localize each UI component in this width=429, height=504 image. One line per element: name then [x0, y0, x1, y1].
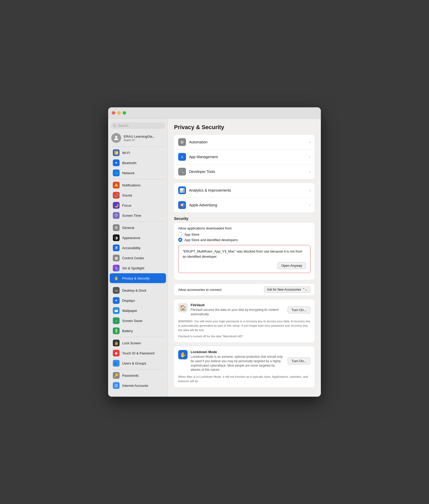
filevault-status: FileVault is turned off for the disk "Ma… [178, 334, 310, 339]
wifi-icon: 📶 [113, 149, 120, 156]
close-button[interactable] [112, 111, 115, 115]
radio-appstore-developers-button[interactable] [178, 238, 182, 242]
sidebar-item-label: Sound [122, 193, 132, 197]
sidebar-item-touchid[interactable]: ☻ Touch ID & Password [110, 348, 166, 358]
window-content: Search ERAU LearningGla... Apple ID [108, 119, 321, 396]
advertising-row[interactable]: 📢 Apple Advertising › [174, 198, 315, 212]
network-icon: 🌐 [113, 170, 120, 176]
privacy-group-2: 📊 Analytics & Improvements › 📢 Apple Adv… [174, 183, 315, 212]
sidebar-item-wifi[interactable]: 📶 Wi-Fi [110, 148, 166, 158]
analytics-row[interactable]: 📊 Analytics & Improvements › [174, 183, 315, 198]
radio-appstore-developers[interactable]: App Store and identified developers [178, 238, 310, 242]
accessories-select[interactable]: Ask for New Accessories ⌃⌄ [264, 286, 310, 293]
sidebar-item-label: Appearance [122, 236, 140, 240]
notifications-icon: 🔔 [113, 182, 120, 188]
sidebar-item-general[interactable]: ⚙ General [110, 223, 166, 233]
focus-icon: 🌙 [113, 202, 120, 209]
touchid-icon: ☻ [113, 350, 120, 356]
sidebar-item-appearance[interactable]: ◑ Appearance [110, 233, 166, 243]
battery-icon: 🔋 [113, 327, 120, 334]
sidebar-item-screensaver[interactable]: ▫ Screen Saver [110, 316, 166, 326]
accessories-value: Ask for New Accessories [267, 288, 301, 291]
user-profile[interactable]: ERAU LearningGla... Apple ID [108, 131, 168, 144]
open-anyway-button[interactable]: Open Anyway [278, 262, 306, 269]
search-icon [113, 124, 116, 128]
sidebar-item-passwords[interactable]: 🔑 Passwords [110, 370, 166, 380]
advertising-icon: 📢 [178, 201, 186, 209]
filevault-button[interactable]: Turn On... [288, 306, 310, 313]
radio-appstore[interactable]: App Store [178, 232, 310, 236]
sidebar-item-internet[interactable]: @ Internet Accounts [110, 381, 166, 390]
sidebar-item-sound[interactable]: 🔊 Sound [110, 190, 166, 200]
displays-icon: ✦ [113, 297, 120, 304]
automation-chevron: › [309, 140, 310, 144]
filevault-content: FileVault FileVault secures the data on … [191, 303, 285, 317]
sidebar-item-network[interactable]: 🌐 Network [110, 168, 166, 178]
sidebar-item-notifications[interactable]: 🔔 Notifications [110, 180, 166, 190]
page-title: Privacy & Security [174, 124, 315, 131]
divider-6 [111, 369, 164, 369]
filevault-warning: WARNING: You will need your login passwo… [178, 319, 310, 333]
sidebar-item-battery[interactable]: 🔋 Battery [110, 326, 166, 336]
sidebar-item-accessibility[interactable]: ♿ Accessibility [110, 243, 166, 253]
accessibility-icon: ♿ [113, 244, 120, 251]
screensaver-icon: ▫ [113, 317, 120, 324]
lockdown-name: Lockdown Mode [191, 350, 285, 354]
titlebar [108, 107, 321, 119]
security-section: Allow applications downloaded from App S… [174, 223, 315, 280]
sidebar-item-users[interactable]: 👥 Users & Groups [110, 358, 166, 368]
minimize-button[interactable] [117, 111, 121, 115]
automation-icon: ⚙ [178, 138, 186, 146]
sidebar-item-displays[interactable]: ✦ Displays [110, 296, 166, 305]
sidebar-item-controlcenter[interactable]: ▦ Control Center [110, 253, 166, 263]
sidebar-item-label: Privacy & Security [122, 276, 149, 280]
sidebar-item-privacy[interactable]: ✋ Privacy & Security [110, 273, 166, 283]
user-avatar-icon [113, 135, 119, 141]
filevault-icon: 🏠 [178, 303, 188, 312]
bluetooth-icon: ✦ [113, 159, 120, 166]
appmanagement-row[interactable]: A App Management › [174, 150, 315, 164]
lockdown-content: Lockdown Mode Lockdown Mode is an extrem… [191, 350, 285, 372]
search-placeholder: Search [118, 124, 163, 128]
filevault-row: 🏠 FileVault FileVault secures the data o… [178, 303, 310, 317]
automation-row[interactable]: ⚙ Automation › [174, 135, 315, 150]
developertools-icon: 🔧 [178, 168, 186, 176]
sidebar-item-label: Network [122, 171, 135, 175]
search-bar[interactable]: Search [111, 122, 165, 129]
appmanagement-icon: A [178, 153, 186, 161]
sidebar-item-focus[interactable]: 🌙 Focus [110, 200, 166, 210]
advertising-chevron: › [309, 203, 310, 207]
sidebar-item-screentime[interactable]: ⏱ Screen Time [110, 211, 166, 220]
developertools-row[interactable]: 🔧 Developer Tools › [174, 164, 315, 179]
lockdown-button[interactable]: Turn On... [288, 358, 310, 365]
sidebar-item-label: Bluetooth [122, 161, 136, 165]
security-section-header: Security [174, 216, 315, 221]
appearance-icon: ◑ [113, 234, 120, 241]
user-subtitle: Apple ID [124, 138, 155, 142]
sidebar-item-label: Accessibility [122, 246, 141, 250]
sidebar-item-label: Lock Screen [122, 341, 141, 345]
divider-1 [111, 146, 164, 147]
maximize-button[interactable] [123, 111, 126, 115]
sidebar-item-label: Passwords [122, 374, 139, 377]
sidebar-item-siri[interactable]: S Siri & Spotlight [110, 263, 166, 273]
divider-3 [111, 221, 164, 222]
radio-appstore-button[interactable] [178, 232, 182, 236]
sidebar-item-label: Screen Time [122, 214, 141, 218]
sidebar-item-label: Users & Groups [122, 361, 146, 365]
sidebar-item-label: Focus [122, 204, 131, 207]
advertising-label: Apple Advertising [189, 203, 306, 207]
filevault-description: FileVault secures the data on your disk … [191, 308, 285, 317]
sidebar-item-wallpaper[interactable]: 🏔 Wallpaper [110, 306, 166, 316]
allow-label: Allow applications downloaded from [178, 226, 310, 230]
settings-window: Search ERAU LearningGla... Apple ID [108, 107, 321, 396]
sidebar: Search ERAU LearningGla... Apple ID [108, 119, 168, 396]
privacy-icon: ✋ [113, 275, 120, 282]
controlcenter-icon: ▦ [113, 255, 120, 261]
svg-line-1 [115, 126, 116, 127]
sidebar-item-label: Wi-Fi [122, 151, 130, 155]
sidebar-item-lockscreen[interactable]: 🔒 Lock Screen [110, 338, 166, 348]
sidebar-item-bluetooth[interactable]: ✦ Bluetooth [110, 158, 166, 168]
sidebar-item-label: Notifications [122, 183, 141, 187]
sidebar-item-desktop[interactable]: ▭ Desktop & Dock [110, 285, 166, 295]
